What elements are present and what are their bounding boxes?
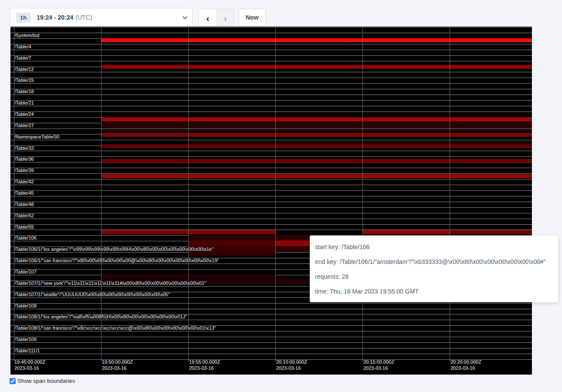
row-label: /NamespaceTable/30 — [14, 134, 59, 140]
span-boundary-line — [10, 100, 532, 101]
span-boundary-line — [10, 190, 532, 191]
heatmap-band[interactable] — [101, 144, 532, 148]
row-label: /Table/4 — [14, 44, 31, 50]
row-label: /Table/107/1/"seattle"/"UUUUUUD\x00\x80\… — [14, 292, 170, 297]
span-boundary-line — [10, 55, 532, 56]
row-label: /Table/107/1/"new york"/"\x11\x11\x11\x1… — [14, 280, 206, 286]
heatmap-band[interactable] — [188, 252, 275, 256]
span-boundary-line — [10, 213, 532, 213]
toolbar: 1h 19:24 - 20:24 (UTC) ‹ › Now — [10, 8, 266, 27]
row-label: /Table/106/1/"san francisco"/"\x80\x00\x… — [14, 258, 219, 264]
time-gridline — [188, 27, 189, 362]
show-span-boundaries-label: Show span boundaries — [17, 378, 75, 384]
row-label: /Table/36 — [14, 156, 34, 162]
row-label: /Table/106/1/"los angeles"/"\x99\x99\x99… — [14, 247, 213, 252]
row-label: /Table/12 — [14, 67, 34, 72]
range-text: 19:24 - 20:24 — [37, 14, 73, 21]
x-axis-label: 19:55:00.000Z2023-03-16 — [189, 359, 220, 371]
row-label: /Table/42 — [14, 179, 34, 185]
span-boundary-line — [10, 303, 532, 304]
span-boundary-line — [10, 196, 532, 196]
span-boundary-line — [10, 156, 532, 157]
heatmap-band[interactable] — [188, 235, 310, 240]
hover-tooltip: start key: /Table/106 end key: /Table/10… — [310, 236, 558, 302]
span-boundary-line — [10, 354, 532, 354]
span-boundary-line — [10, 309, 532, 309]
tooltip-requests: requests: 28 — [315, 269, 553, 284]
heatmap-band[interactable] — [101, 65, 532, 69]
prev-range-button[interactable]: ‹ — [199, 9, 217, 26]
next-range-button[interactable]: › — [217, 9, 234, 26]
row-label: /Table/45 — [14, 190, 34, 196]
span-boundary-line — [10, 78, 532, 78]
range-nav-group: ‹ › — [199, 9, 234, 26]
heatmap-band[interactable] — [275, 240, 310, 246]
time-gridline — [275, 27, 276, 362]
row-label: /Table/48 — [14, 202, 34, 207]
span-boundary-line — [10, 50, 532, 50]
row-label: /Table/108 — [14, 303, 37, 309]
heatmap-band[interactable] — [101, 117, 532, 122]
span-boundary-line — [10, 106, 532, 106]
heatmap-band[interactable] — [101, 133, 532, 137]
span-boundary-line — [10, 331, 532, 331]
show-span-boundaries-checkbox[interactable] — [10, 378, 16, 384]
span-boundary-line — [10, 61, 532, 61]
span-boundary-line — [10, 224, 532, 225]
range-utc-suffix: (UTC) — [75, 14, 92, 21]
span-boundary-line — [10, 95, 532, 95]
row-label: /Table/33 — [14, 145, 34, 151]
chevron-down-icon — [183, 14, 187, 19]
span-boundary-line — [10, 168, 532, 168]
span-boundary-line — [10, 337, 532, 337]
row-label: /Table/18 — [14, 89, 34, 95]
row-label: /Table/21 — [14, 100, 34, 106]
heatmap-band[interactable] — [101, 122, 532, 128]
span-boundary-line — [10, 89, 532, 89]
tooltip-end-key: end key: /Table/106/1/"amsterdam"/"\xb33… — [315, 254, 553, 269]
span-boundary-line — [10, 185, 532, 185]
row-label: /Table/55 — [14, 224, 34, 230]
time-gridline — [450, 27, 450, 362]
row-label: /Table/15 — [14, 78, 34, 83]
x-axis-label: 19:45:00.000Z2023-03-16 — [14, 359, 45, 371]
heatmap-band[interactable] — [275, 246, 310, 252]
heatmap-band[interactable] — [101, 129, 532, 132]
tooltip-start-key: start key: /Table/106 — [315, 240, 553, 254]
row-label: /Table/52 — [14, 213, 34, 219]
time-range-selector[interactable]: 1h 19:24 - 20:24 (UTC) — [10, 8, 193, 27]
row-label: /Table/106 — [14, 235, 37, 241]
span-boundary-line — [10, 33, 532, 33]
row-label: /Table/107 — [14, 269, 37, 275]
key-visualizer-heatmap[interactable]: /System/tsd/Table/4/Table/7/Table/12/Tab… — [10, 27, 532, 375]
x-axis-label: 19:50:00.000Z2023-03-16 — [102, 359, 133, 371]
heatmap-band[interactable] — [188, 141, 532, 144]
span-boundary-line — [10, 72, 532, 72]
row-label: /Table/7 — [14, 55, 31, 61]
heatmap-band[interactable] — [450, 230, 532, 234]
span-boundary-line — [10, 151, 532, 151]
tooltip-time: time: Thu, 16 Mar 2023 19:55:00 GMT — [315, 284, 553, 299]
row-label: /Table/108/1/"san francisco"/"\x8c\xcc\x… — [14, 325, 216, 331]
span-boundary-line — [10, 44, 532, 44]
heatmap-band[interactable] — [101, 174, 532, 178]
span-boundary-line — [10, 219, 532, 219]
time-gridline — [362, 27, 363, 362]
span-boundary-line — [10, 83, 532, 84]
x-axis-label: 20:10:00.000Z2023-03-16 — [276, 359, 307, 371]
row-label: /Table/24 — [14, 112, 34, 117]
row-label: /Table/108/1/"los angeles"/"\xa8\xf5\u00… — [14, 314, 187, 320]
heatmap-band[interactable] — [101, 38, 532, 42]
row-label: /System/tsd — [14, 33, 39, 38]
heatmap-band[interactable] — [362, 230, 450, 234]
row-label: /Table/109 — [14, 337, 37, 342]
heatmap-band[interactable] — [188, 240, 275, 246]
now-button[interactable]: Now — [239, 9, 266, 26]
span-boundary-line — [10, 112, 532, 112]
show-span-boundaries-control[interactable]: Show span boundaries — [10, 378, 75, 384]
span-boundary-line — [10, 207, 532, 208]
span-boundary-line — [10, 320, 532, 320]
x-axis-label: 20:15:00.000Z2023-03-16 — [363, 359, 394, 371]
span-boundary-line — [10, 348, 532, 348]
heatmap-band[interactable] — [101, 159, 532, 163]
